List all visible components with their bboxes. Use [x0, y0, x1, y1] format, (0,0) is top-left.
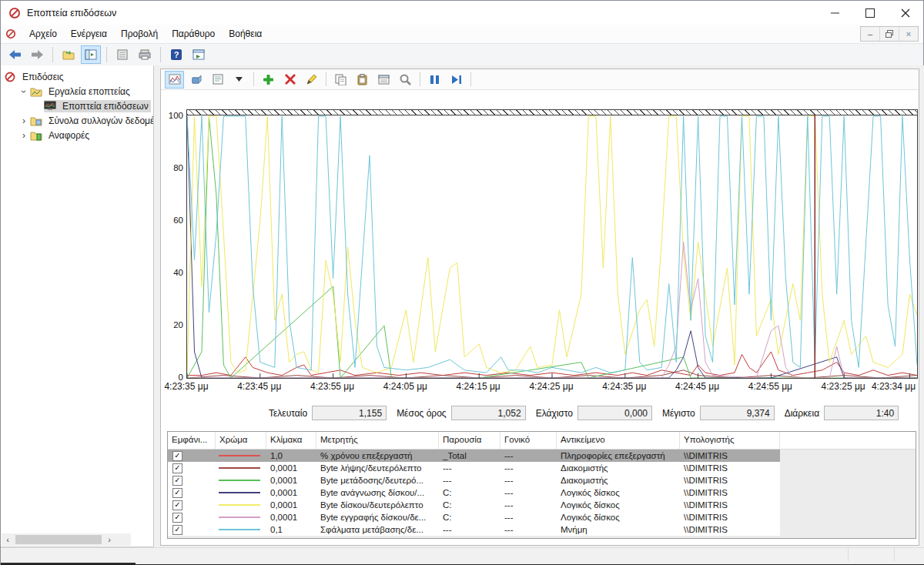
back-arrow-button[interactable]	[5, 45, 25, 64]
help-button[interactable]: ?	[166, 45, 186, 64]
color-swatch	[219, 492, 260, 493]
column-header[interactable]: Γονικό	[500, 432, 557, 449]
cell-scale: 0,0001	[266, 488, 316, 497]
menu-item-action[interactable]: Ενέργεια	[64, 25, 114, 42]
show-checkbox[interactable]: ✓	[172, 463, 182, 473]
tree-item-label: Εποπτεία επιδόσεων	[60, 100, 151, 112]
cell-instance: _Total	[439, 451, 500, 460]
column-header[interactable]: Κλίμακα	[266, 432, 316, 449]
cell-scale: 0,0001	[266, 476, 316, 485]
chart-top-hatch	[187, 110, 917, 115]
mdi-close-button[interactable]: ×	[899, 27, 918, 41]
show-checkbox[interactable]: ✓	[172, 488, 182, 498]
view-report-button[interactable]	[208, 71, 227, 89]
show-checkbox[interactable]: ✓	[172, 513, 182, 523]
column-header[interactable]: Παρουσία	[439, 432, 500, 449]
export-list-button[interactable]	[112, 45, 132, 64]
tree-expander-icon[interactable]: ›	[18, 86, 30, 97]
dropdown-caret-button[interactable]	[229, 71, 249, 89]
counter-row[interactable]: ✓0,0001Byte εγγραφής δίσκου/δε...C:---Λο…	[168, 511, 780, 523]
cell-counter: Σφάλματα μετάβασης/δε...	[316, 525, 439, 534]
maximize-button[interactable]	[852, 1, 888, 25]
y-axis-tick-label: 80	[161, 162, 183, 173]
console-tree-icon	[85, 49, 97, 60]
app-icon	[8, 7, 21, 19]
copy-properties-icon	[335, 74, 346, 85]
scroll-right-icon[interactable]: ›	[103, 533, 116, 546]
properties-button[interactable]	[374, 71, 393, 89]
counter-row[interactable]: ✓0,0001Byte ανάγνωσης δίσκου/...C:---Λογ…	[168, 486, 780, 499]
freeze-display-button[interactable]	[425, 71, 444, 89]
stat-label: Διάρκεια	[785, 408, 819, 419]
tree-item-perfmon[interactable]: Επιδόσεις	[1, 69, 153, 84]
y-axis-tick-label: 40	[161, 267, 183, 278]
cell-counter: Byte μετάδοσης/δευτερό...	[316, 476, 439, 485]
delete-counter-button[interactable]	[280, 71, 300, 89]
y-axis-tick-label: 20	[161, 319, 183, 330]
folder-data-icon	[30, 115, 42, 126]
cell-instance: C:	[439, 500, 500, 510]
menu-item-view[interactable]: Προβολή	[114, 25, 165, 42]
column-header[interactable]: Χρώμα	[216, 432, 266, 449]
stat-label: Μέγιστο	[662, 408, 695, 419]
add-counter-button[interactable]	[259, 71, 278, 89]
cell-parent: ---	[500, 476, 557, 485]
cell-instance: C:	[439, 488, 500, 497]
column-header[interactable]: Υπολογιστής	[680, 432, 780, 449]
print-button[interactable]	[135, 45, 155, 64]
cell-parent: ---	[500, 500, 557, 510]
close-button[interactable]	[888, 1, 923, 25]
tree-expander-icon[interactable]: ›	[18, 130, 30, 141]
mdi-minimize-button[interactable]: –	[861, 27, 879, 41]
folder-export-button[interactable]	[59, 45, 79, 64]
view-histogram-button[interactable]	[186, 71, 206, 89]
scroll-left-icon[interactable]: ‹	[2, 533, 14, 546]
app-window: Εποπτεία επιδόσεων ΑρχείοΕνέργειαΠροβολή…	[0, 0, 924, 565]
zoom-button[interactable]	[396, 71, 415, 89]
new-window-button[interactable]	[189, 45, 209, 64]
cell-instance: C:	[439, 513, 500, 522]
cell-parent: ---	[500, 525, 557, 534]
mdi-restore-button[interactable]	[879, 27, 899, 41]
tree-expander-icon[interactable]: ›	[18, 115, 30, 126]
new-window-icon	[192, 49, 205, 60]
show-checkbox[interactable]: ✓	[172, 500, 182, 510]
counter-row[interactable]: ✓0,1Σφάλματα μετάβασης/δε...------Μνήμη\…	[168, 523, 780, 536]
forward-arrow-button[interactable]	[27, 45, 47, 64]
counter-row[interactable]: ✓0,0001Byte δίσκου/δευτερόλεπτοC:---Λογι…	[168, 499, 780, 511]
show-checkbox[interactable]: ✓	[172, 476, 182, 486]
menu-item-window[interactable]: Παράθυρο	[165, 25, 222, 42]
show-checkbox[interactable]: ✓	[172, 525, 182, 535]
column-header[interactable]: Μετρητής	[316, 432, 439, 449]
scrollbar-thumb[interactable]	[15, 535, 102, 544]
tree-item-folder-chart[interactable]: ›Εργαλεία εποπτείας	[1, 84, 153, 99]
view-chart-button[interactable]	[165, 71, 184, 89]
column-header[interactable]: Αντικείμενο	[557, 432, 680, 449]
column-header[interactable]: Εμφάνι...	[168, 432, 216, 449]
counter-table-header: Εμφάνι...ΧρώμαΚλίμακαΜετρητήςΠαρουσίαΓον…	[168, 432, 916, 450]
cell-computer: \\DIMITRIS	[680, 476, 780, 485]
bottom-strip	[1, 547, 924, 565]
show-checkbox[interactable]: ✓	[172, 451, 182, 461]
menu-item-file[interactable]: Αρχείο	[22, 25, 64, 42]
tree-item-folder-data[interactable]: ›Σύνολα συλλογών δεδομέ	[1, 113, 153, 128]
menu-item-help[interactable]: Βοήθεια	[222, 25, 269, 42]
update-data-button[interactable]	[447, 71, 466, 89]
minimize-button[interactable]	[817, 1, 852, 25]
paste-counter-list-button[interactable]	[353, 71, 372, 89]
freeze-display-icon	[430, 75, 440, 85]
console-tree-button[interactable]	[81, 45, 101, 64]
cell-computer: \\DIMITRIS	[680, 525, 780, 534]
toolbar-separator	[253, 72, 254, 86]
sidebar-horizontal-scrollbar[interactable]: ‹ ›	[2, 533, 131, 546]
cell-object: Διακομιστής	[557, 476, 680, 485]
tree-item-folder-report[interactable]: ›Αναφορές	[1, 128, 153, 142]
copy-properties-button[interactable]	[331, 71, 350, 89]
tree-item-monitor[interactable]: Εποπτεία επιδόσεων	[1, 99, 153, 113]
chart-lines	[187, 110, 917, 378]
highlight-button[interactable]	[302, 71, 321, 89]
counter-row[interactable]: ✓1,0% χρόνου επεξεργαστή_Total---Πληροφο…	[168, 450, 780, 462]
counter-row[interactable]: ✓0,0001Byte μετάδοσης/δευτερό...------Δι…	[168, 474, 780, 486]
cell-counter: Byte δίσκου/δευτερόλεπτο	[316, 500, 439, 510]
counter-row[interactable]: ✓0,0001Byte λήψης/δευτερόλεπτο------Διακ…	[168, 462, 780, 474]
